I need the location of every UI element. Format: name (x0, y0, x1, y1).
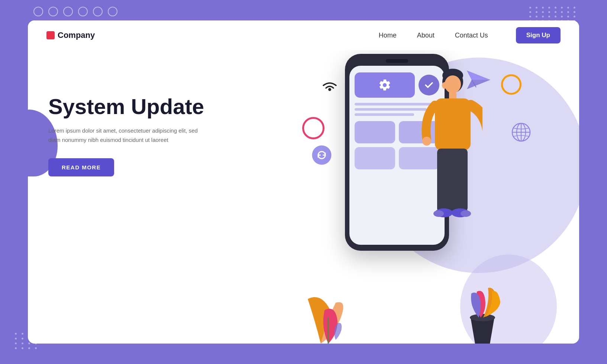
svg-point-11 (442, 82, 447, 89)
readmore-button[interactable]: READ MORE (48, 158, 114, 176)
phone-gear-card (355, 72, 415, 98)
main-card: Company Home About Contact Us Sign Up Sy… (28, 20, 579, 344)
signup-button[interactable]: Sign Up (516, 27, 561, 43)
deco-circle-3 (63, 7, 73, 16)
orange-ring-decoration (501, 74, 522, 95)
phone-line-3 (355, 113, 414, 116)
person-svg (408, 61, 482, 243)
logo-text: Company (58, 30, 95, 40)
logo-icon (46, 31, 55, 39)
phone-notch (386, 59, 408, 63)
illustration-area: ✦ ✦ (245, 50, 579, 344)
phone-grid-item-3 (355, 147, 395, 169)
svg-rect-13 (435, 98, 471, 150)
deco-circle-2 (48, 7, 58, 16)
nav-links: Home About Contact Us Sign Up (379, 27, 561, 43)
gear-icon (378, 78, 391, 92)
sync-icon (311, 145, 332, 165)
navbar: Company Home About Contact Us Sign Up (28, 20, 579, 50)
svg-point-15 (422, 137, 431, 146)
plants-right (456, 269, 508, 344)
plants-left (300, 262, 360, 344)
svg-point-22 (461, 210, 471, 217)
deco-circles-top-left (33, 7, 117, 16)
svg-rect-17 (437, 173, 451, 212)
hero-text-area: System Update Lorem ipsum dolor sit amet… (48, 95, 204, 176)
phone-grid-item-1 (355, 121, 395, 143)
plants-right-svg (456, 269, 508, 344)
pink-ring-decoration (302, 117, 325, 139)
hero-subtitle: Lorem ipsum dolor sit amet, consectetuer… (48, 126, 204, 145)
hero-title: System Update (48, 95, 204, 118)
deco-circle-5 (93, 7, 103, 16)
person-figure (408, 61, 482, 243)
deco-dots-top-right (529, 7, 577, 22)
nav-about[interactable]: About (417, 32, 435, 39)
globe-icon (511, 123, 531, 142)
nav-home[interactable]: Home (379, 32, 397, 39)
svg-point-21 (433, 210, 444, 217)
hero-section: System Update Lorem ipsum dolor sit amet… (28, 50, 579, 344)
deco-circle-4 (78, 7, 88, 16)
deco-circle-1 (33, 7, 43, 16)
svg-rect-12 (449, 92, 456, 99)
svg-point-10 (445, 75, 461, 93)
nav-contact[interactable]: Contact Us (455, 32, 488, 39)
deco-circle-6 (108, 7, 117, 16)
logo-area: Company (46, 30, 379, 40)
plants-left-svg (300, 262, 360, 344)
svg-point-0 (312, 146, 332, 165)
svg-rect-18 (453, 173, 467, 212)
wifi-icon (321, 80, 339, 98)
